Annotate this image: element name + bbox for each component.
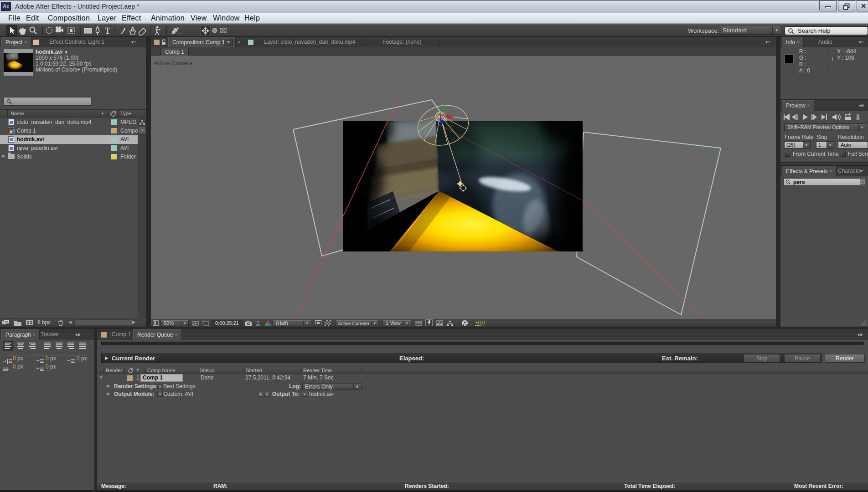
svg-text:T: T — [105, 26, 110, 36]
